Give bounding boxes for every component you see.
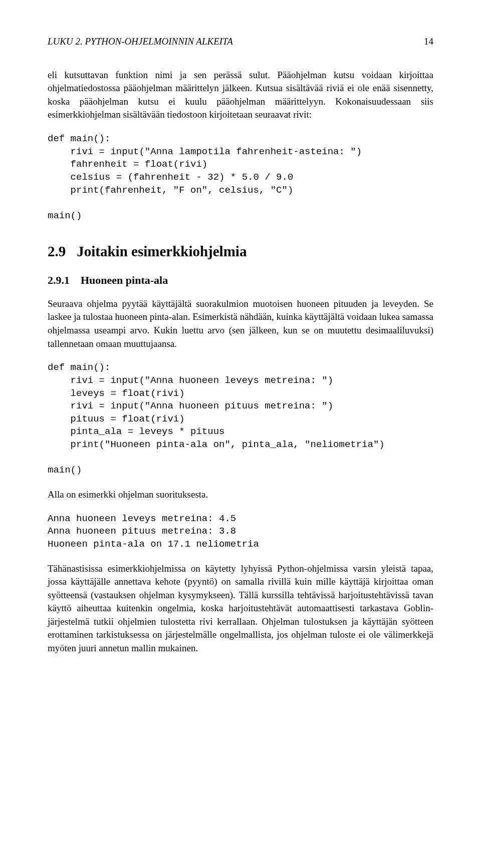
page: LUKU 2. PYTHON-OHJELMOINNIN ALKEITA 14 e…: [0, 0, 481, 690]
code-block-room-area: def main(): rivi = input("Anna huoneen l…: [48, 361, 433, 477]
subsection-title: Huoneen pinta-ala: [81, 274, 168, 286]
code-block-example-run: Anna huoneen leveys metreina: 4.5 Anna h…: [48, 513, 433, 551]
paragraph-intro: eli kutsuttavan funktion nimi ja sen per…: [48, 69, 433, 122]
subsection-heading: 2.9.1Huoneen pinta-ala: [48, 273, 433, 288]
code-block-fahrenheit: def main(): rivi = input("Anna lampotila…: [48, 133, 433, 222]
section-title: Joitakin esimerkkiohjelmia: [77, 243, 247, 259]
paragraph-goblin-note: Tähänastisissa esimerkkiohjelmissa on kä…: [48, 562, 433, 655]
header-chapter: LUKU 2. PYTHON-OHJELMOINNIN ALKEITA: [48, 35, 233, 49]
header-page-number: 14: [424, 35, 433, 49]
subsection-number: 2.9.1: [48, 274, 70, 286]
paragraph-example-run-intro: Alla on esimerkki ohjelman suorituksesta…: [48, 488, 433, 502]
section-number: 2.9: [48, 243, 66, 259]
section-heading: 2.9Joitakin esimerkkiohjelmia: [48, 241, 433, 262]
page-header: LUKU 2. PYTHON-OHJELMOINNIN ALKEITA 14: [48, 35, 433, 49]
paragraph-room-area-intro: Seuraava ohjelma pyytää käyttäjältä suor…: [48, 297, 433, 350]
